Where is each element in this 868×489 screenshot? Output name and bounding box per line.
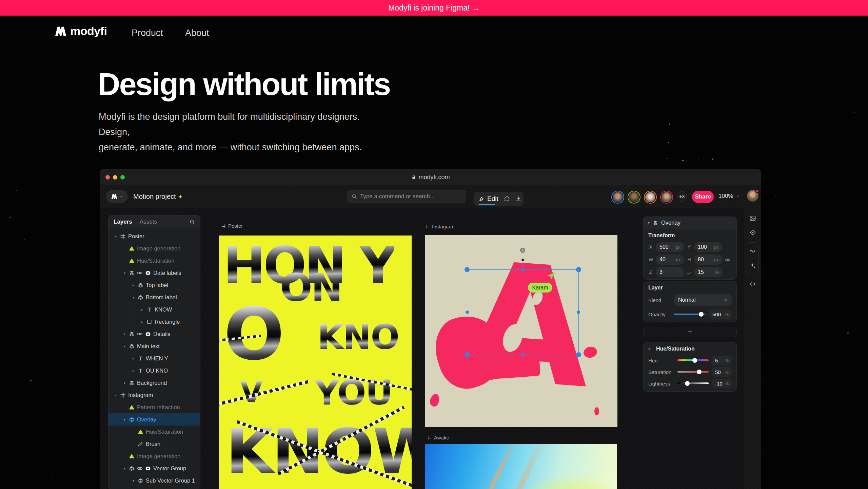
layer-row-image-generation[interactable]: Image generation bbox=[108, 450, 200, 462]
modyfi-logo[interactable]: modyfi bbox=[54, 24, 107, 38]
selection-handle-se[interactable] bbox=[576, 352, 581, 357]
transform-field[interactable]: 100px bbox=[694, 242, 723, 252]
artboard-poster[interactable]: HON YONOKNOVYOUKNOW bbox=[219, 236, 412, 489]
download-icon[interactable] bbox=[515, 196, 521, 202]
hue-slider[interactable] bbox=[677, 358, 709, 363]
search-icon[interactable] bbox=[190, 219, 195, 225]
vector-icon[interactable] bbox=[749, 229, 756, 236]
artboard-label-awake[interactable]: Awake bbox=[427, 435, 449, 440]
layer-row-top-label[interactable]: ▸Top label bbox=[108, 279, 200, 291]
layer-row-bottom-label[interactable]: ▾Bottom label bbox=[108, 291, 200, 303]
opacity-slider-handle[interactable] bbox=[699, 312, 704, 317]
collaborator-avatar-2[interactable] bbox=[629, 192, 639, 202]
comment-icon[interactable] bbox=[504, 196, 510, 202]
code-icon[interactable] bbox=[749, 281, 756, 287]
nav-link-product[interactable]: Product bbox=[132, 28, 163, 38]
artboard-label-poster[interactable]: Poster bbox=[221, 223, 243, 229]
layer-row-main-text[interactable]: ▾Main text bbox=[108, 340, 200, 352]
selection-handle-sw[interactable] bbox=[465, 352, 470, 357]
disclosure-triangle[interactable]: ▾ bbox=[132, 296, 135, 299]
collaborator-avatar-4[interactable] bbox=[662, 192, 672, 202]
artboard-label-instagram[interactable]: Instagram bbox=[425, 224, 455, 229]
lightness-field[interactable]: -10% bbox=[712, 379, 732, 388]
add-effect-button[interactable]: + bbox=[643, 327, 737, 337]
opacity-field[interactable]: 500 % bbox=[709, 309, 732, 319]
layer-row-details[interactable]: ▾Details bbox=[108, 328, 200, 340]
layer-row-when-y[interactable]: ▸WHEN Y bbox=[108, 352, 200, 364]
selection-handle-ne[interactable] bbox=[576, 267, 581, 272]
lightness-slider-handle[interactable] bbox=[685, 381, 690, 386]
selection-handle-w[interactable] bbox=[466, 311, 469, 314]
layer-row-instagram[interactable]: ▾Instagram bbox=[108, 389, 200, 401]
layer-row-hue-saturation[interactable]: Hue/Saturation bbox=[108, 426, 200, 438]
image-icon[interactable] bbox=[749, 215, 756, 222]
design-canvas[interactable]: Poster HON YONOKNOVYOUKNOW Instagram A bbox=[100, 208, 744, 489]
zoom-control[interactable]: 100% bbox=[718, 193, 740, 200]
selection-handle-s[interactable] bbox=[521, 353, 525, 356]
transform-field[interactable]: 3° bbox=[656, 267, 684, 277]
project-name[interactable]: Motion project✦ bbox=[133, 193, 183, 201]
layer-row-brush[interactable]: Brush bbox=[108, 438, 200, 450]
transform-field[interactable]: 15% bbox=[694, 267, 723, 277]
saturation-slider[interactable] bbox=[677, 370, 709, 374]
layer-row-vector-group[interactable]: ▾Vector Group bbox=[108, 462, 200, 474]
blend-mode-select[interactable]: Normal bbox=[674, 294, 732, 306]
transform-field[interactable]: 40px bbox=[656, 255, 684, 265]
layer-row-hue-saturation[interactable]: Hue/Saturation bbox=[108, 255, 200, 267]
selection-handle-n[interactable] bbox=[521, 268, 525, 271]
hue-slider-handle[interactable] bbox=[692, 358, 697, 363]
disclosure-triangle[interactable]: ▾ bbox=[648, 347, 650, 351]
layer-row-know[interactable]: ▸KNOW bbox=[108, 303, 200, 316]
disclosure-triangle[interactable]: ▸ bbox=[132, 283, 135, 287]
collaborator-avatar-1[interactable] bbox=[613, 192, 623, 202]
disclosure-triangle[interactable]: ▾ bbox=[123, 418, 126, 421]
disclosure-triangle[interactable]: ▾ bbox=[123, 344, 126, 348]
transform-field[interactable]: 500px bbox=[656, 242, 684, 252]
sparkles-icon[interactable] bbox=[749, 262, 756, 269]
disclosure-triangle[interactable]: ▾ bbox=[123, 271, 126, 275]
close-button[interactable] bbox=[105, 175, 110, 180]
edit-mode-button[interactable]: Edit bbox=[479, 195, 498, 203]
disclosure-triangle[interactable]: ▾ bbox=[132, 479, 135, 483]
layer-row-sub-vector-group-1[interactable]: ▾Sub Vector Group 1 bbox=[108, 474, 200, 487]
layer-row-background[interactable]: ▾Background bbox=[108, 377, 200, 389]
more-options-icon[interactable] bbox=[727, 220, 732, 226]
disclosure-triangle[interactable]: ▸ bbox=[140, 320, 144, 324]
lightness-slider[interactable] bbox=[677, 381, 709, 386]
artboard-awake[interactable]: A bbox=[425, 444, 617, 489]
transform-field[interactable]: 80px bbox=[694, 255, 723, 265]
tab-assets[interactable]: Assets bbox=[140, 219, 157, 225]
layer-row-ou-kno[interactable]: ▸OU KNO bbox=[108, 364, 200, 377]
collaborator-avatar-3[interactable] bbox=[645, 192, 655, 202]
layer-row-image-generation[interactable]: Image generation bbox=[108, 242, 200, 255]
rotation-handle[interactable] bbox=[520, 248, 525, 253]
opacity-slider[interactable] bbox=[674, 312, 706, 317]
selection-box[interactable] bbox=[467, 269, 579, 355]
layer-row-pattern-refraction[interactable]: Pattern refraction bbox=[108, 401, 200, 413]
minimize-button[interactable] bbox=[113, 175, 117, 180]
disclosure-triangle[interactable]: ▾ bbox=[123, 467, 126, 470]
saturation-field[interactable]: 50% bbox=[712, 367, 732, 377]
disclosure-triangle[interactable]: ▾ bbox=[648, 221, 650, 225]
disclosure-triangle[interactable]: ▾ bbox=[114, 393, 118, 397]
maximize-button[interactable] bbox=[120, 175, 125, 180]
app-menu-button[interactable] bbox=[106, 190, 128, 203]
layer-row-overlay[interactable]: ▾Overlay bbox=[108, 413, 200, 426]
link-dimensions-icon[interactable] bbox=[725, 257, 732, 263]
layer-row-poster[interactable]: ▾Poster bbox=[108, 230, 200, 242]
selection-handle-e[interactable] bbox=[577, 311, 580, 314]
disclosure-triangle[interactable]: ▸ bbox=[132, 369, 135, 373]
disclosure-triangle[interactable]: ▾ bbox=[114, 234, 118, 238]
layer-row-rectangle[interactable]: ▸Rectangle bbox=[108, 316, 200, 328]
disclosure-triangle[interactable]: ▾ bbox=[123, 381, 126, 385]
announcement-banner[interactable]: Modyfi is joining Figma! → bbox=[0, 0, 868, 16]
disclosure-triangle[interactable]: ▸ bbox=[132, 357, 135, 360]
tab-layers[interactable]: Layers bbox=[114, 219, 132, 225]
layer-row-date-labels[interactable]: ▾Date labels bbox=[108, 267, 200, 279]
more-collaborators-badge[interactable]: +3 bbox=[677, 191, 687, 202]
share-button[interactable]: Share bbox=[692, 191, 714, 203]
user-avatar[interactable] bbox=[747, 190, 758, 202]
selection-handle-nw[interactable] bbox=[465, 267, 470, 272]
hue-field[interactable]: 5% bbox=[712, 356, 732, 365]
command-search-input[interactable]: Type a command or search... bbox=[347, 190, 466, 203]
